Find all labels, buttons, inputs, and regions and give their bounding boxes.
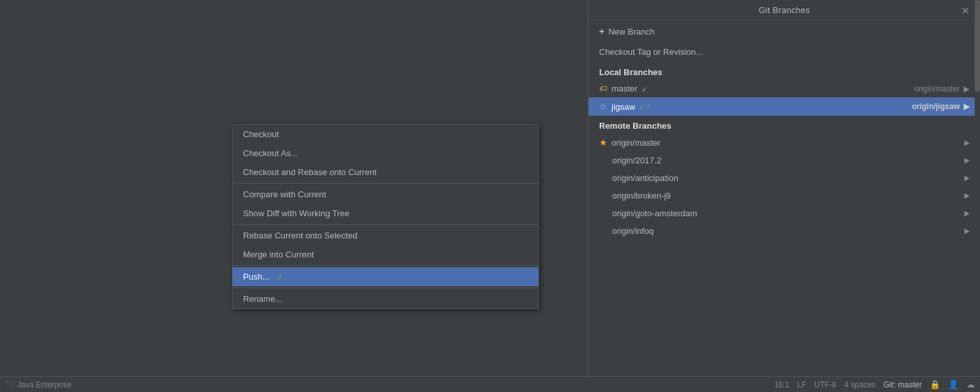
remote-branch-origin-master[interactable]: ★ origin/master ▶ bbox=[589, 133, 980, 152]
panel-close-button[interactable]: ✕ bbox=[957, 3, 973, 18]
panel-content: + New Branch Checkout Tag or Revision...… bbox=[589, 21, 980, 240]
indentation-status[interactable]: 4 spaces bbox=[844, 380, 875, 389]
remote-branch-broken-j9-left: origin/broken-j9 bbox=[599, 191, 671, 201]
remote-branch-origin-anticipation[interactable]: origin/anticipation ▶ bbox=[589, 169, 980, 187]
new-branch-action[interactable]: + New Branch bbox=[589, 21, 980, 42]
push-label: Push... bbox=[243, 272, 269, 282]
remote-branch-origin-infoq[interactable]: origin/infoq ▶ bbox=[589, 222, 980, 240]
remote-branch-infoq-label: origin/infoq bbox=[612, 226, 654, 236]
java-enterprise-label: Java Enterprise bbox=[17, 380, 71, 389]
lock-icon: 🔒 bbox=[930, 380, 940, 389]
panel-title: Git Branches bbox=[759, 5, 810, 15]
remote-branch-goto-amsterdam-arrow: ▶ bbox=[964, 209, 970, 218]
scrollbar-thumb bbox=[975, 0, 980, 91]
status-bar: ⬛ Java Enterprise 16:1 LF UTF-8 4 spaces… bbox=[0, 376, 980, 392]
remote-branch-2017-arrow: ▶ bbox=[964, 156, 970, 165]
cloud-icon: ☁ bbox=[966, 380, 975, 389]
remote-branches-header: Remote Branches bbox=[589, 116, 980, 133]
remote-branch-2017-label: origin/2017.2 bbox=[612, 155, 661, 165]
branch-item-jigsaw-left: ☆ jigsaw ↙↗ bbox=[599, 101, 651, 112]
java-enterprise-item: ⬛ Java Enterprise bbox=[5, 380, 71, 389]
context-menu-checkout-rebase[interactable]: Checkout and Rebase onto Current bbox=[233, 163, 538, 182]
checkout-tag-label: Checkout Tag or Revision... bbox=[599, 47, 703, 57]
context-menu-sep4 bbox=[233, 287, 538, 288]
branch-item-jigsaw-right: origin/jigsaw ▶ bbox=[912, 102, 970, 111]
master-remote-arrow: ▶ bbox=[964, 84, 970, 93]
context-menu-sep1 bbox=[233, 183, 538, 184]
push-arrow-icon: ↗ bbox=[273, 272, 282, 282]
plus-icon: + bbox=[599, 26, 604, 37]
status-bar-right: 16:1 LF UTF-8 4 spaces Git: master 🔒 👤 ☁ bbox=[774, 380, 975, 389]
context-menu-push[interactable]: Push... ↗ bbox=[233, 267, 538, 286]
line-ending-status[interactable]: LF bbox=[797, 380, 806, 389]
remote-branch-2017-left: origin/2017.2 bbox=[599, 155, 661, 165]
context-menu: Checkout Checkout As... Checkout and Reb… bbox=[232, 124, 539, 309]
remote-branch-origin-master-arrow: ▶ bbox=[964, 139, 970, 147]
remote-branch-infoq-arrow: ▶ bbox=[964, 227, 970, 235]
java-enterprise-icon: ⬛ bbox=[5, 380, 14, 389]
context-menu-rename[interactable]: Rename... bbox=[233, 289, 538, 308]
remote-branch-infoq-left: origin/infoq bbox=[599, 226, 654, 236]
jigsaw-remote-label: origin/jigsaw bbox=[912, 102, 960, 111]
local-branches-header: Local Branches bbox=[589, 62, 980, 80]
branch-item-master[interactable]: 🏷 master ↙ origin/master ▶ bbox=[589, 80, 980, 97]
remote-branch-broken-j9-arrow: ▶ bbox=[964, 191, 970, 200]
checkout-tag-action[interactable]: Checkout Tag or Revision... bbox=[589, 42, 980, 62]
encoding-status[interactable]: UTF-8 bbox=[814, 380, 836, 389]
context-menu-rebase-selected[interactable]: Rebase Current onto Selected bbox=[233, 226, 538, 245]
remote-branch-anticipation-left: origin/anticipation bbox=[599, 173, 678, 183]
branch-item-master-right: origin/master ▶ bbox=[915, 84, 970, 93]
panel-scrollbar[interactable] bbox=[975, 0, 980, 392]
context-menu-merge-current[interactable]: Merge into Current bbox=[233, 245, 538, 264]
remote-branch-left: ★ origin/master bbox=[599, 137, 661, 148]
person-icon: 👤 bbox=[948, 380, 958, 389]
remote-branch-origin-2017[interactable]: origin/2017.2 ▶ bbox=[589, 152, 980, 169]
remote-branch-origin-goto-amsterdam[interactable]: origin/goto-amsterdam ▶ bbox=[589, 204, 980, 222]
panel-title-bar: Git Branches ✕ bbox=[589, 0, 980, 21]
master-sync-icon: ↙ bbox=[642, 84, 648, 93]
branch-item-master-left: 🏷 master ↙ bbox=[599, 84, 648, 93]
line-col-status[interactable]: 16:1 bbox=[774, 380, 789, 389]
remote-branch-broken-j9-label: origin/broken-j9 bbox=[612, 191, 671, 201]
new-branch-label: New Branch bbox=[608, 27, 655, 37]
context-menu-sep2 bbox=[233, 224, 538, 225]
star-icon: ★ bbox=[599, 137, 608, 148]
git-branches-panel: Git Branches ✕ + New Branch Checkout Tag… bbox=[588, 0, 980, 392]
star-outline-icon: ☆ bbox=[599, 101, 608, 112]
context-menu-sep3 bbox=[233, 265, 538, 266]
context-menu-compare-current[interactable]: Compare with Current bbox=[233, 185, 538, 204]
remote-branch-origin-broken-j9[interactable]: origin/broken-j9 ▶ bbox=[589, 187, 980, 204]
jigsaw-sync-icon: ↙↗ bbox=[639, 103, 651, 111]
remote-branch-goto-amsterdam-label: origin/goto-amsterdam bbox=[612, 208, 697, 218]
jigsaw-remote-arrow: ▶ bbox=[964, 102, 970, 111]
branch-item-jigsaw[interactable]: ☆ jigsaw ↙↗ origin/jigsaw ▶ bbox=[589, 97, 980, 116]
remote-branch-origin-master-label: origin/master bbox=[612, 138, 661, 148]
git-status[interactable]: Git: master bbox=[883, 380, 922, 389]
remote-branch-goto-amsterdam-left: origin/goto-amsterdam bbox=[599, 208, 697, 218]
tag-icon: 🏷 bbox=[599, 84, 608, 93]
remote-branch-anticipation-label: origin/anticipation bbox=[612, 173, 678, 183]
context-menu-show-diff[interactable]: Show Diff with Working Tree bbox=[233, 204, 538, 223]
master-remote-label: origin/master bbox=[915, 84, 960, 93]
remote-branch-anticipation-arrow: ▶ bbox=[964, 174, 970, 182]
jigsaw-branch-label: jigsaw bbox=[612, 102, 635, 112]
context-menu-checkout[interactable]: Checkout bbox=[233, 125, 538, 144]
master-branch-label: master bbox=[612, 84, 638, 93]
context-menu-checkout-as[interactable]: Checkout As... bbox=[233, 144, 538, 163]
